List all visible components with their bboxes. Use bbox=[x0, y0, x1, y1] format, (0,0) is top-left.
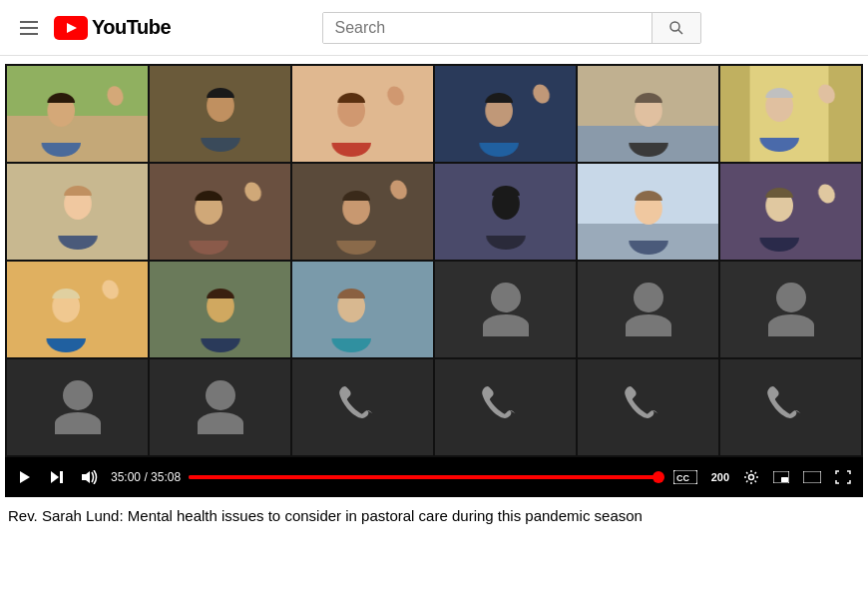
participant-video-8 bbox=[150, 164, 290, 260]
search-button[interactable] bbox=[651, 13, 700, 43]
miniplayer-button[interactable] bbox=[769, 467, 793, 487]
quality-unit: 0 bbox=[723, 471, 729, 483]
quality-text: 200 bbox=[711, 471, 729, 483]
cc-icon: CC bbox=[673, 470, 697, 484]
participant-video-2 bbox=[150, 66, 290, 162]
right-controls: CC 200 bbox=[669, 465, 855, 489]
volume-icon bbox=[81, 470, 99, 484]
youtube-logo[interactable]: YouTube bbox=[54, 16, 171, 40]
svg-text:CC: CC bbox=[676, 473, 689, 483]
grid-cell-4-6 bbox=[720, 359, 861, 455]
miniplayer-icon bbox=[773, 471, 789, 483]
silhouette-body bbox=[483, 314, 529, 336]
silhouette-body-4 bbox=[55, 412, 101, 434]
svg-rect-12 bbox=[781, 477, 788, 482]
theater-icon bbox=[803, 471, 821, 483]
grid-cell-3-6 bbox=[720, 262, 861, 357]
time-display: 35:00 / 35:08 bbox=[111, 470, 181, 484]
participant-video-9 bbox=[292, 164, 433, 260]
settings-icon bbox=[743, 469, 759, 485]
participant-video-1 bbox=[7, 66, 148, 162]
person-silhouette bbox=[483, 283, 529, 336]
header: YouTube bbox=[0, 0, 868, 56]
grid-cell-3-1 bbox=[7, 262, 148, 357]
search-icon bbox=[668, 20, 684, 36]
grid-cell-4-5 bbox=[578, 359, 718, 455]
progress-fill bbox=[189, 475, 658, 479]
settings-button[interactable] bbox=[739, 465, 763, 489]
grid-cell-1-3 bbox=[292, 66, 433, 162]
progress-bar[interactable] bbox=[189, 475, 661, 479]
svg-rect-6 bbox=[60, 471, 63, 483]
next-button[interactable] bbox=[45, 465, 69, 489]
silhouette-head bbox=[491, 283, 521, 312]
silhouette-head-2 bbox=[634, 283, 663, 312]
grid-cell-1-2 bbox=[150, 66, 290, 162]
participant-video-4 bbox=[435, 66, 576, 162]
play-icon bbox=[17, 469, 33, 485]
quality-button[interactable]: 200 bbox=[707, 467, 733, 487]
grid-cell-2-5 bbox=[578, 164, 718, 260]
fullscreen-icon bbox=[835, 470, 851, 484]
svg-line-3 bbox=[678, 30, 682, 34]
youtube-icon bbox=[54, 16, 88, 40]
silhouette-body-3 bbox=[768, 314, 814, 336]
video-grid bbox=[5, 64, 863, 457]
grid-cell-4-4 bbox=[435, 359, 576, 455]
header-left: YouTube bbox=[16, 16, 171, 40]
grid-cell-3-3 bbox=[292, 262, 433, 357]
video-controls: 35:00 / 35:08 CC 200 bbox=[5, 457, 863, 497]
grid-cell-2-2 bbox=[150, 164, 290, 260]
silhouette-body-5 bbox=[198, 412, 243, 434]
participant-video-3 bbox=[292, 66, 433, 162]
svg-point-2 bbox=[670, 22, 679, 31]
progress-dot bbox=[652, 471, 664, 483]
fullscreen-button[interactable] bbox=[831, 466, 855, 488]
grid-cell-2-6 bbox=[720, 164, 861, 260]
participant-video-11 bbox=[578, 164, 718, 260]
grid-cell-3-2 bbox=[150, 262, 290, 357]
youtube-text: YouTube bbox=[92, 16, 171, 39]
participant-video-7 bbox=[7, 164, 148, 260]
svg-marker-4 bbox=[20, 471, 30, 483]
grid-cell-1-5 bbox=[578, 66, 718, 162]
phone-icon-4 bbox=[765, 381, 817, 433]
phone-icon-1 bbox=[337, 381, 389, 433]
silhouette-body-2 bbox=[626, 314, 671, 336]
grid-cell-2-1 bbox=[7, 164, 148, 260]
theater-button[interactable] bbox=[799, 467, 825, 487]
grid-cell-3-4 bbox=[435, 262, 576, 357]
next-icon bbox=[49, 469, 65, 485]
svg-point-10 bbox=[749, 475, 754, 480]
participant-video-5 bbox=[578, 66, 718, 162]
participant-video-13 bbox=[7, 262, 148, 357]
participant-video-12 bbox=[720, 164, 861, 260]
video-title: Rev. Sarah Lund: Mental health issues to… bbox=[0, 497, 868, 530]
grid-cell-1-1 bbox=[7, 66, 148, 162]
volume-button[interactable] bbox=[77, 466, 103, 488]
person-silhouette-2 bbox=[626, 283, 671, 336]
grid-cell-2-3 bbox=[292, 164, 433, 260]
participant-video-6 bbox=[720, 66, 861, 162]
silhouette-head-5 bbox=[206, 380, 235, 410]
person-silhouette-5 bbox=[198, 380, 243, 434]
person-silhouette-4 bbox=[55, 380, 101, 434]
svg-marker-7 bbox=[82, 471, 90, 483]
grid-cell-4-1 bbox=[7, 359, 148, 455]
grid-cell-1-4 bbox=[435, 66, 576, 162]
play-button[interactable] bbox=[13, 465, 37, 489]
quality-value: 20 bbox=[711, 471, 723, 483]
silhouette-head-4 bbox=[63, 380, 93, 410]
menu-button[interactable] bbox=[16, 17, 42, 39]
grid-cell-1-6 bbox=[720, 66, 861, 162]
participant-video-10 bbox=[435, 164, 576, 260]
grid-cell-2-4 bbox=[435, 164, 576, 260]
cc-button[interactable]: CC bbox=[669, 466, 701, 488]
search-bar bbox=[322, 12, 701, 44]
participant-video-14 bbox=[150, 262, 290, 357]
person-silhouette-3 bbox=[768, 283, 814, 336]
total-time: 35:08 bbox=[151, 470, 181, 484]
svg-marker-5 bbox=[51, 471, 59, 483]
search-input[interactable] bbox=[323, 13, 651, 43]
phone-icon-2 bbox=[480, 381, 532, 433]
